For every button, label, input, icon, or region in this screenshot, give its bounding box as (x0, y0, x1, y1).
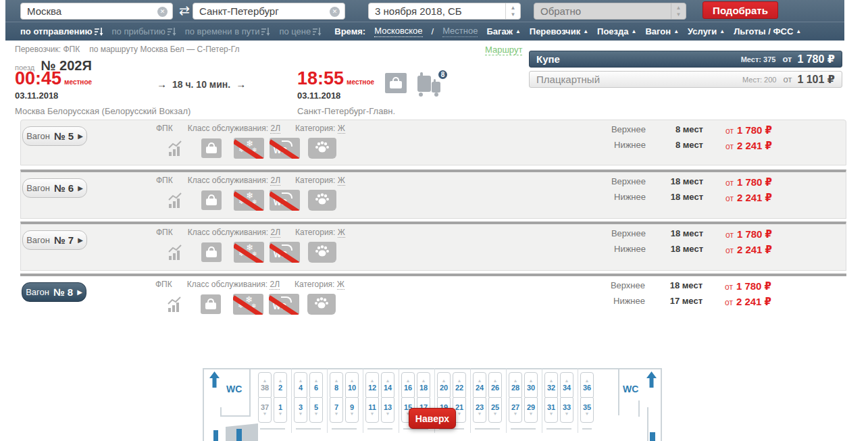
wagon-8-button[interactable]: Вагон№ 8▶ (22, 282, 86, 302)
category-value[interactable]: Ж (338, 124, 345, 134)
sort-by-price[interactable]: по цене (279, 26, 322, 36)
sort-by-departure[interactable]: по отправлению (20, 26, 103, 36)
filter-wagon[interactable]: Вагон▲ (645, 26, 679, 36)
clear-from-icon[interactable]: ✕ (157, 7, 168, 17)
wc-left-label: WC (226, 384, 242, 394)
seat-up-arrow-icon: ▲ (350, 378, 355, 384)
filter-services[interactable]: Услуги▲ (688, 26, 725, 36)
filter-benefits[interactable]: Льготы / ФСС▲ (734, 26, 801, 36)
time-local-toggle[interactable]: Местное (442, 26, 478, 37)
sort-by-duration[interactable]: по времени в пути (185, 26, 271, 36)
seat-36[interactable]: ▲36 (580, 372, 594, 398)
to-station-field[interactable]: ✕ (193, 3, 345, 20)
seat-column: ▲109▼ (345, 372, 359, 423)
service-class-value[interactable]: 2Л (270, 280, 280, 290)
seat-22[interactable]: ▲22 (453, 372, 466, 398)
sort-by-arrival[interactable]: по прибытию (112, 26, 176, 36)
wagon-info-line: ФПК Класс обслуживания: 2Л Категория: Ж (156, 124, 345, 133)
pets-allowed-icon (307, 294, 336, 315)
swap-stations-icon[interactable]: ⇄ (176, 2, 193, 20)
seat-5[interactable]: 5▼ (309, 397, 323, 423)
wagon-7-button[interactable]: Вагон№ 7▶ (22, 230, 87, 250)
class-tab-kupe[interactable]: Купе Мест: 375 от 1 780 ₽ (529, 51, 842, 68)
service-class-value[interactable]: 2Л (270, 176, 280, 186)
berth-price[interactable]: от2 241 ₽ (725, 244, 772, 256)
seat-34[interactable]: ▲34 (560, 372, 573, 398)
date-input[interactable] (375, 5, 503, 17)
seat-8[interactable]: ▲8 (330, 372, 343, 398)
seat-down-arrow-icon: ▼ (585, 411, 590, 417)
seat-16[interactable]: ▲16 (401, 372, 415, 398)
seat-12[interactable]: ▲12 (365, 372, 379, 398)
seat-20[interactable]: ▲20 (437, 372, 451, 398)
seat-up-arrow-icon: ▲ (278, 378, 283, 384)
seat-4[interactable]: ▲4 (294, 372, 307, 398)
filter-trains[interactable]: Поезда▲ (597, 26, 636, 36)
stepper-up-icon[interactable]: ▲ (676, 5, 682, 11)
search-submit-button[interactable]: Подобрать (703, 1, 778, 19)
seat-27[interactable]: 27▼ (509, 397, 522, 423)
seat-18[interactable]: ▲18 (417, 372, 430, 398)
arrow-right-icon: → (157, 78, 167, 90)
category-value[interactable]: Ж (338, 228, 345, 238)
caret-up-icon: ▲ (673, 28, 679, 34)
seat-23[interactable]: 23▼ (473, 397, 486, 423)
seat-38[interactable]: ▲38 (258, 372, 272, 398)
route-link[interactable]: Маршрут (485, 45, 522, 55)
berth-price[interactable]: от1 780 ₽ (725, 124, 772, 136)
seat-37[interactable]: 37▼ (258, 397, 272, 423)
seat-26[interactable]: ▲26 (488, 372, 502, 398)
seat-3[interactable]: 3▼ (294, 397, 307, 423)
date-field[interactable]: ▲▼ (368, 3, 521, 20)
seat-6[interactable]: ▲6 (309, 372, 323, 398)
service-class-value[interactable]: 2Л (270, 124, 280, 134)
seat-32[interactable]: ▲32 (544, 372, 558, 398)
return-date-field[interactable]: ▲▼ (534, 3, 686, 20)
seat-9[interactable]: 9▼ (345, 397, 359, 423)
back-to-top-button[interactable]: Наверх (409, 408, 456, 429)
seat-25[interactable]: 25▼ (488, 397, 502, 423)
wagon-5-button[interactable]: Вагон№ 5▶ (22, 126, 87, 146)
filter-baggage[interactable]: Багаж▲ (486, 26, 520, 36)
seat-7[interactable]: 7▼ (330, 397, 343, 423)
seat-31[interactable]: 31▼ (544, 397, 558, 423)
stepper-down-icon[interactable]: ▼ (511, 11, 516, 18)
seat-33[interactable]: 33▼ (560, 397, 573, 423)
seat-28[interactable]: ▲28 (509, 372, 522, 398)
return-date-stepper[interactable]: ▲▼ (671, 3, 686, 19)
seat-10[interactable]: ▲10 (345, 372, 359, 398)
wagon-6-button[interactable]: Вагон№ 6▶ (22, 178, 87, 198)
berth-price[interactable]: от2 241 ₽ (725, 192, 772, 204)
seat-30[interactable]: ▲30 (524, 372, 538, 398)
filter-carrier[interactable]: Перевозчик▲ (530, 26, 588, 36)
berth-price[interactable]: от1 780 ₽ (725, 228, 772, 240)
class-tab-platzkart[interactable]: Плацкартный Мест: 200 от 1 101 ₽ (529, 71, 842, 88)
category-value[interactable]: Ж (338, 176, 345, 186)
seat-14[interactable]: ▲14 (381, 372, 394, 398)
seat-29[interactable]: 29▼ (524, 397, 538, 423)
date-stepper[interactable]: ▲▼ (505, 3, 520, 19)
seat-1[interactable]: 1▼ (274, 397, 287, 423)
berth-price[interactable]: от2 241 ₽ (725, 296, 771, 308)
berth-price[interactable]: от2 241 ₽ (725, 140, 772, 152)
from-station-field[interactable]: ✕ (20, 3, 173, 20)
service-class-value[interactable]: 2Л (270, 228, 280, 238)
carrier-route-line: Перевозчик: ФПКпо маршруту Москва Бел — … (15, 45, 249, 54)
clear-to-icon[interactable]: ✕ (330, 7, 340, 17)
stepper-down-icon[interactable]: ▼ (676, 11, 682, 18)
seat-13[interactable]: 13▼ (381, 397, 394, 423)
seat-35[interactable]: 35▼ (580, 397, 594, 423)
from-station-input[interactable] (27, 5, 155, 17)
time-moscow-toggle[interactable]: Московское (374, 26, 422, 37)
seat-24[interactable]: ▲24 (473, 372, 486, 398)
no-bio-wc-icon: WC (270, 138, 300, 159)
berth-price[interactable]: от1 780 ₽ (725, 176, 772, 188)
berth-price[interactable]: от1 780 ₽ (725, 280, 771, 292)
seat-2[interactable]: ▲2 (274, 372, 287, 398)
stepper-up-icon[interactable]: ▲ (511, 5, 516, 11)
no-bio-wc-icon: WC (270, 190, 300, 211)
return-date-input[interactable] (540, 5, 668, 17)
to-station-input[interactable] (199, 5, 327, 17)
seat-11[interactable]: 11▼ (365, 397, 379, 423)
category-value[interactable]: Ж (337, 280, 344, 290)
